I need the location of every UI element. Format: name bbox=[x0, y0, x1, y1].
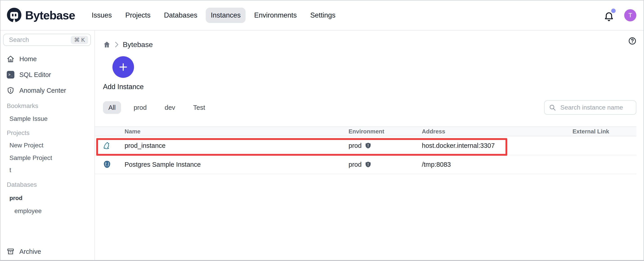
shield-icon bbox=[365, 161, 372, 168]
add-instance-label: Add Instance bbox=[103, 83, 144, 91]
top-navbar: Bytebase Issues Projects Databases Insta… bbox=[0, 1, 644, 31]
sidebar-item-sql-editor[interactable]: >_ SQL Editor bbox=[0, 68, 94, 81]
instance-name[interactable]: Postgres Sample Instance bbox=[124, 161, 348, 168]
sidebar-item-home[interactable]: Home bbox=[0, 53, 94, 65]
plus-icon bbox=[118, 62, 128, 72]
filter-tab-test[interactable]: Test bbox=[188, 101, 210, 114]
breadcrumb-home-icon[interactable] bbox=[103, 41, 111, 48]
nav-item-environments[interactable]: Environments bbox=[249, 8, 302, 23]
main-nav: Issues Projects Databases Instances Envi… bbox=[87, 8, 340, 23]
sidebar-item-label: Anomaly Center bbox=[19, 87, 66, 94]
mysql-icon bbox=[103, 142, 111, 150]
archive-icon bbox=[7, 248, 14, 255]
sidebar-item-sample-project[interactable]: Sample Project bbox=[0, 154, 94, 162]
table-header-row: Name Environment Address External Link bbox=[95, 126, 636, 136]
help-icon[interactable] bbox=[628, 37, 636, 45]
instances-toolbar: All prod dev Test bbox=[103, 100, 636, 115]
brand-name: Bytebase bbox=[25, 9, 75, 22]
sidebar-item-new-project[interactable]: New Project bbox=[0, 142, 94, 149]
filter-tab-dev[interactable]: dev bbox=[159, 101, 180, 114]
column-header-external-link: External Link bbox=[572, 128, 636, 135]
navbar-right: T bbox=[604, 9, 636, 21]
home-icon bbox=[7, 55, 14, 63]
nav-item-projects[interactable]: Projects bbox=[120, 8, 156, 23]
sidebar-item-anomaly-center[interactable]: Anomaly Center bbox=[0, 84, 94, 97]
instance-address: /tmp:8083 bbox=[422, 161, 572, 168]
sidebar-search-input[interactable] bbox=[8, 36, 71, 44]
sidebar-item-t[interactable]: t bbox=[0, 166, 94, 174]
search-icon bbox=[549, 104, 556, 111]
user-avatar[interactable]: T bbox=[624, 9, 636, 21]
column-header-address: Address bbox=[422, 128, 572, 135]
instance-search-box[interactable] bbox=[544, 100, 636, 115]
notification-bell[interactable] bbox=[604, 10, 614, 21]
sidebar-item-archive[interactable]: Archive bbox=[0, 245, 94, 258]
sidebar-item-sample-issue[interactable]: Sample Issue bbox=[0, 115, 94, 122]
environment-badge: prod bbox=[348, 142, 422, 149]
nav-item-instances[interactable]: Instances bbox=[206, 8, 246, 23]
section-title-databases: Databases bbox=[0, 181, 94, 188]
instance-search-input[interactable] bbox=[560, 104, 632, 112]
sidebar: ⌘ K Home >_ SQL Editor bbox=[0, 31, 95, 260]
table-row-postgres-sample[interactable]: Postgres Sample Instance prod /tmp:8083 bbox=[95, 155, 636, 174]
bytebase-logo-icon bbox=[6, 8, 22, 23]
filter-tab-prod[interactable]: prod bbox=[128, 101, 152, 114]
sidebar-item-label: SQL Editor bbox=[19, 71, 51, 79]
sidebar-item-prod[interactable]: prod bbox=[0, 194, 94, 202]
breadcrumb-chevron-icon bbox=[115, 41, 119, 48]
environment-label: prod bbox=[348, 161, 362, 168]
breadcrumb: Bytebase bbox=[103, 41, 153, 49]
terminal-icon: >_ bbox=[7, 71, 14, 79]
column-header-environment: Environment bbox=[348, 128, 422, 135]
section-title-bookmarks: Bookmarks bbox=[0, 103, 94, 109]
sidebar-item-employee[interactable]: employee bbox=[0, 207, 94, 215]
table-row-prod-instance[interactable]: prod_instance prod host.docker.internal:… bbox=[95, 136, 636, 155]
keyboard-shortcut-badge: ⌘ K bbox=[71, 36, 88, 44]
environment-label: prod bbox=[348, 142, 362, 149]
postgres-icon bbox=[103, 160, 111, 168]
sidebar-item-label: Archive bbox=[19, 248, 41, 255]
app-window: Bytebase Issues Projects Databases Insta… bbox=[0, 0, 644, 261]
environment-filter-tabs: All prod dev Test bbox=[103, 101, 210, 114]
add-instance-button[interactable]: Add Instance bbox=[103, 56, 144, 91]
instances-table: Name Environment Address External Link p… bbox=[95, 126, 636, 174]
add-instance-circle[interactable] bbox=[112, 56, 134, 78]
sidebar-search-box[interactable]: ⌘ K bbox=[3, 34, 91, 46]
nav-item-settings[interactable]: Settings bbox=[305, 8, 340, 23]
breadcrumb-current[interactable]: Bytebase bbox=[123, 41, 153, 49]
nav-item-databases[interactable]: Databases bbox=[159, 8, 202, 23]
shield-alert-icon bbox=[7, 87, 14, 94]
main-content: Bytebase Add Instance All prod bbox=[95, 31, 644, 260]
notification-dot bbox=[611, 9, 616, 13]
instance-name[interactable]: prod_instance bbox=[124, 142, 348, 149]
bytebase-logo[interactable]: Bytebase bbox=[6, 8, 75, 23]
instance-address: host.docker.internal:3307 bbox=[422, 142, 572, 149]
column-header-name: Name bbox=[124, 128, 348, 135]
section-title-projects: Projects bbox=[0, 130, 94, 136]
shield-icon bbox=[365, 142, 372, 149]
sidebar-item-label: Home bbox=[19, 55, 37, 63]
filter-tab-all[interactable]: All bbox=[103, 101, 121, 114]
nav-item-issues[interactable]: Issues bbox=[87, 8, 117, 23]
environment-badge: prod bbox=[348, 161, 422, 168]
